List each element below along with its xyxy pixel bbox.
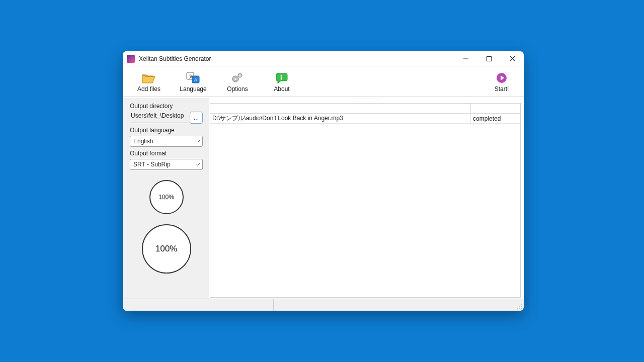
resize-grip-icon <box>517 304 523 310</box>
start-label: Start! <box>495 85 509 93</box>
add-files-button[interactable]: Add files <box>127 68 171 96</box>
progress-total: 100% <box>142 224 191 274</box>
minimize-button[interactable] <box>454 51 477 66</box>
info-icon <box>274 71 289 84</box>
language-label: Language <box>180 85 206 93</box>
svg-rect-1 <box>487 56 492 61</box>
app-window: Xelitan Subtitles Generator Add files <box>123 51 524 311</box>
svg-point-18 <box>521 306 522 307</box>
start-button[interactable]: Start! <box>484 68 520 96</box>
main-body: Output directory Users\feIt_\Desktop ...… <box>123 97 524 299</box>
play-icon <box>494 71 509 84</box>
svg-point-19 <box>517 308 518 309</box>
about-label: About <box>274 85 289 93</box>
file-list-panel: · · · · · · · · D:\サンプル\audio\Don't Look… <box>209 98 524 299</box>
maximize-icon <box>487 56 492 61</box>
maximize-button[interactable] <box>477 51 501 66</box>
output-fmt-select[interactable]: SRT - SubRip <box>130 159 203 170</box>
add-files-label: Add files <box>137 85 160 93</box>
svg-point-20 <box>519 308 520 309</box>
language-button[interactable]: 文 A Language <box>171 68 215 96</box>
output-lang-label: Output language <box>130 127 203 134</box>
minimize-icon <box>463 56 468 61</box>
app-icon <box>127 55 135 63</box>
svg-point-21 <box>521 308 522 309</box>
progress-current: 100% <box>149 180 184 214</box>
output-dir-input[interactable]: Users\feIt_\Desktop <box>130 112 188 123</box>
chevron-down-icon <box>195 163 200 166</box>
col-file[interactable] <box>210 104 471 114</box>
output-dir-label: Output directory <box>130 103 203 110</box>
gear-icon <box>230 71 245 84</box>
col-status[interactable] <box>471 104 520 114</box>
svg-point-12 <box>281 75 282 76</box>
status-cell-2 <box>274 299 524 311</box>
status-cell-1 <box>123 299 274 311</box>
close-button[interactable] <box>501 51 524 66</box>
folder-open-icon <box>141 71 156 84</box>
settings-panel: Output directory Users\feIt_\Desktop ...… <box>123 98 209 299</box>
titlebar[interactable]: Xelitan Subtitles Generator <box>123 51 524 66</box>
splitter[interactable]: · · · · · · · · <box>209 98 524 101</box>
file-table[interactable]: D:\サンプル\audio\Don't Look Back in Anger.m… <box>210 103 521 298</box>
output-fmt-value: SRT - SubRip <box>133 161 195 168</box>
toolbar: Add files 文 A Language <box>123 66 524 97</box>
svg-point-17 <box>519 306 520 307</box>
window-title: Xelitan Subtitles Generator <box>139 55 211 62</box>
close-icon <box>510 56 515 61</box>
table-row[interactable]: D:\サンプル\audio\Don't Look Back in Anger.m… <box>210 114 520 124</box>
browse-button[interactable]: ... <box>190 112 203 124</box>
chevron-down-icon <box>195 140 200 143</box>
svg-point-11 <box>239 75 241 76</box>
about-button[interactable]: About <box>260 68 304 96</box>
svg-rect-13 <box>281 77 282 80</box>
svg-point-9 <box>234 78 236 80</box>
resize-grip[interactable] <box>517 304 523 310</box>
cell-status: completed <box>471 115 520 122</box>
options-label: Options <box>227 85 248 93</box>
table-header[interactable] <box>210 104 520 114</box>
output-lang-value: English <box>133 138 195 145</box>
statusbar <box>123 299 524 311</box>
svg-text:A: A <box>194 77 197 82</box>
output-fmt-label: Output format <box>130 150 203 157</box>
output-lang-select[interactable]: English <box>130 136 203 147</box>
translate-icon: 文 A <box>186 71 201 84</box>
options-button[interactable]: Options <box>215 68 260 96</box>
svg-point-16 <box>521 304 522 305</box>
cell-file: D:\サンプル\audio\Don't Look Back in Anger.m… <box>210 114 471 123</box>
